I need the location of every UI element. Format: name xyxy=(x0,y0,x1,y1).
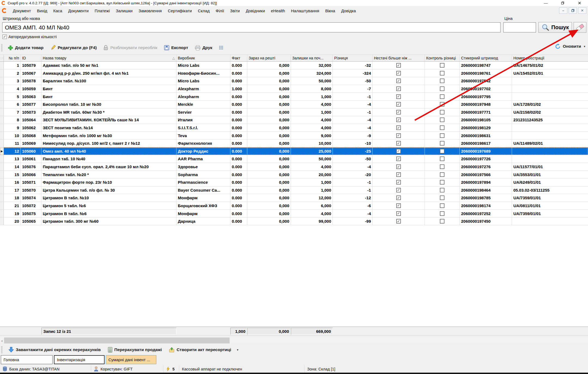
table-row[interactable]: 1105079Адамакс табл. п/о 50 мг №1Micro L… xyxy=(0,62,588,70)
control-checkbox[interactable] xyxy=(440,203,444,208)
col-header-diff[interactable]: Різниця xyxy=(333,55,373,61)
table-row[interactable]: ▶12105060Омез амп. 40 мл №40Доктор Редди… xyxy=(0,147,588,155)
table-row[interactable]: 7105073Диабетон MR табл. 60мг №30 *Servi… xyxy=(0,108,588,116)
control-checkbox[interactable] xyxy=(440,63,444,68)
auto-edit-checkbox[interactable]: Авторедагування кількості xyxy=(2,35,57,39)
control-checkbox[interactable] xyxy=(440,172,444,177)
shortage-checkbox[interactable] xyxy=(396,71,401,76)
menu-item[interactable]: Довідка xyxy=(338,7,359,14)
menu-item[interactable]: Довідники xyxy=(243,7,268,14)
control-checkbox[interactable] xyxy=(440,117,444,122)
shortage-checkbox[interactable] xyxy=(396,188,401,192)
shortage-checkbox[interactable] xyxy=(396,195,401,200)
shortage-checkbox[interactable] xyxy=(396,180,401,185)
print-button[interactable]: Друк xyxy=(193,44,215,52)
shortage-checkbox[interactable] xyxy=(396,172,401,177)
col-header-registration[interactable]: Номер реєстрації xyxy=(512,55,588,61)
table-row[interactable]: 9105062ЗЕСТ позитив табл. №14S.I.I.T.S.r… xyxy=(0,124,588,132)
col-header-now[interactable]: Зараз на решті xyxy=(247,55,291,61)
shortage-checkbox[interactable] xyxy=(396,219,401,224)
bottom-toolbar-grip[interactable] xyxy=(1,346,2,353)
table-row[interactable]: 6105077Бисопролол табл. 10 мг №30Merckle… xyxy=(0,101,588,108)
shortage-checkbox[interactable] xyxy=(396,63,401,68)
scrollbar-thumb[interactable] xyxy=(4,337,230,343)
checkbox-icon[interactable] xyxy=(2,35,7,39)
control-checkbox[interactable] xyxy=(440,188,444,192)
recalc-sales-button[interactable]: Перерахувати продажі xyxy=(106,346,164,354)
tab-main[interactable]: Головна xyxy=(1,355,53,364)
table-row[interactable]: 17105070Цитра Кальцемин таб. п/о фл. № 3… xyxy=(0,186,588,194)
unlock-recount-button[interactable]: Розблокувати переоблік xyxy=(101,44,160,52)
table-row[interactable]: 11105069Нимесулид пор. д/сусп. 100 мг/2 … xyxy=(0,140,588,147)
table-row[interactable]: 21105072Цитрамон 5 табл. №6Борщаговский … xyxy=(0,202,588,210)
add-item-button[interactable]: Додати товар xyxy=(6,44,46,52)
menu-item[interactable]: Документи xyxy=(65,7,92,14)
shortage-checkbox[interactable] xyxy=(396,125,401,130)
edit-button[interactable]: Редагувати до (F4) xyxy=(48,44,99,52)
columns-button[interactable] xyxy=(217,44,226,52)
table-row[interactable]: 18105074Цитрамон В табл. №10Монфарм0.000… xyxy=(0,194,588,202)
mdi-close-icon[interactable]: ✕ xyxy=(578,7,586,14)
create-resort-act-button[interactable]: Створити акт пересортиці xyxy=(167,346,233,354)
control-checkbox[interactable] xyxy=(440,110,444,114)
shortage-checkbox[interactable] xyxy=(396,86,401,91)
shortage-checkbox[interactable] xyxy=(396,149,401,153)
menu-item[interactable]: Залишки xyxy=(113,7,136,14)
control-checkbox[interactable] xyxy=(440,219,444,224)
shortage-checkbox[interactable] xyxy=(396,102,401,107)
restore-icon[interactable] xyxy=(554,0,571,6)
table-row[interactable]: 2105067Амикацид р-р д/ин. 250 мг/мл фл. … xyxy=(0,70,588,77)
control-checkbox[interactable] xyxy=(440,125,444,130)
control-checkbox[interactable] xyxy=(440,211,444,216)
menu-item[interactable]: Документ xyxy=(10,7,34,14)
table-row[interactable]: 13105061Панадол таб. 10 №40AAR Pharma0.0… xyxy=(0,155,588,163)
shortage-checkbox[interactable] xyxy=(396,156,401,161)
table-row[interactable]: 15105066Темпалгин табл. №20 *Sopharma0.0… xyxy=(0,171,588,179)
table-row[interactable]: 8105064ЗЕСТ МУЛЬТИВИТАМИН. КОКТЕЙЛЬ саше… xyxy=(0,116,588,124)
col-header-control[interactable]: Контроль різниці xyxy=(425,55,460,61)
tab-summary-inventory[interactable]: Сумарні дані інвент ... xyxy=(106,355,156,364)
act-dropdown-icon[interactable]: ▾ xyxy=(237,348,239,352)
price-input[interactable] xyxy=(503,22,536,32)
menu-item[interactable]: Налаштування xyxy=(288,7,322,14)
close-icon[interactable]: ✕ xyxy=(571,0,588,6)
col-header-manufacturer[interactable]: Виробник xyxy=(176,55,230,61)
search-input[interactable] xyxy=(2,22,501,32)
menu-item[interactable]: Вихід xyxy=(34,7,50,14)
horizontal-scrollbar[interactable]: ‹ xyxy=(0,337,588,344)
col-header-name[interactable]: Назва товару △ xyxy=(41,55,176,61)
menu-item[interactable]: Філії xyxy=(213,7,227,14)
shortage-checkbox[interactable] xyxy=(396,94,401,99)
menu-item[interactable]: eHealth xyxy=(268,7,288,14)
control-checkbox[interactable] xyxy=(440,79,444,83)
shortage-checkbox[interactable] xyxy=(396,203,401,208)
control-checkbox[interactable] xyxy=(440,86,444,91)
menu-item[interactable]: Вікна xyxy=(322,7,338,14)
shortage-checkbox[interactable] xyxy=(396,211,401,216)
shortage-checkbox[interactable] xyxy=(396,79,401,83)
control-checkbox[interactable] xyxy=(440,71,444,76)
menu-item[interactable]: Платежі xyxy=(92,7,113,14)
control-checkbox[interactable] xyxy=(440,102,444,107)
control-checkbox[interactable] xyxy=(440,94,444,99)
table-row[interactable]: 20105065Цитрамон табл. 300 мг №60Дарница… xyxy=(0,218,588,225)
scroll-left-icon[interactable]: ‹ xyxy=(0,337,4,344)
col-header-num[interactable]: № п/п xyxy=(4,55,21,61)
refresh-button[interactable]: Оновити ▾ xyxy=(555,44,585,49)
control-checkbox[interactable] xyxy=(440,141,444,146)
export-button[interactable]: Експорт xyxy=(162,44,190,52)
table-row[interactable]: 14105076Парацетамол беби сусп. орал. 2,4… xyxy=(0,163,588,171)
shortage-checkbox[interactable] xyxy=(396,164,401,169)
table-row[interactable]: 3105078Баралгин табл. №100Micro Labs0.00… xyxy=(0,77,588,85)
menu-item[interactable]: Звіти xyxy=(227,7,243,14)
col-header-fact[interactable]: Факт xyxy=(230,55,247,61)
shortage-checkbox[interactable] xyxy=(396,117,401,122)
shortage-checkbox[interactable] xyxy=(396,141,401,146)
control-checkbox[interactable] xyxy=(440,133,444,138)
control-checkbox[interactable] xyxy=(440,180,444,185)
clear-search-button[interactable] xyxy=(574,22,586,33)
table-row[interactable]: 10105068Метформин табл. п/о 1000 мг №30T… xyxy=(0,132,588,140)
load-recounts-button[interactable]: Завантажити дані окремих перерахунків xyxy=(6,345,103,354)
col-header-id[interactable]: ID xyxy=(21,55,41,61)
toolbar-grip[interactable] xyxy=(1,44,2,51)
